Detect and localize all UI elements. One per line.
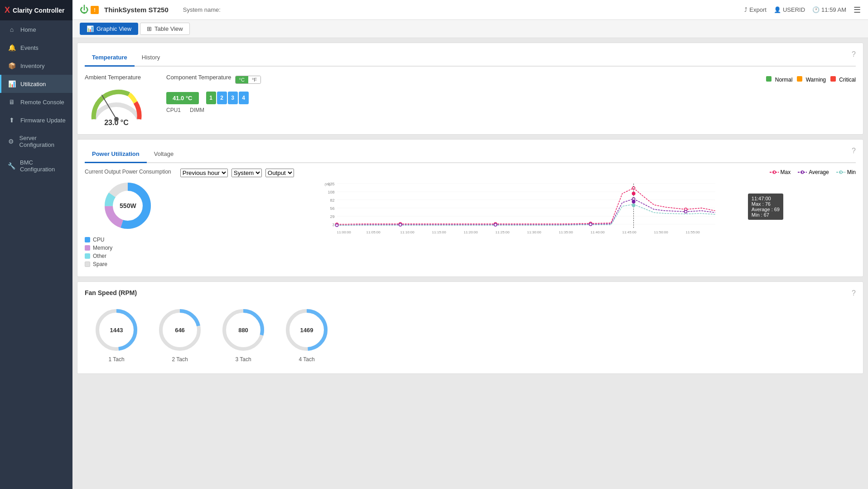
sidebar: X Clarity Controller ⌂ Home🔔 Events📦 Inv… bbox=[0, 0, 72, 489]
server-configuration-icon: ⚙ bbox=[8, 138, 15, 145]
fan-label-1: 1 Tach bbox=[108, 356, 124, 363]
time-value: 11:59 AM bbox=[821, 6, 846, 13]
dimm-chip-2[interactable]: 2 bbox=[217, 92, 227, 104]
time-display: 🕐 11:59 AM bbox=[812, 6, 846, 13]
table-view-button[interactable]: ⊞ Table View bbox=[140, 23, 190, 35]
svg-text:11:25:00: 11:25:00 bbox=[495, 230, 510, 234]
table-view-label: Table View bbox=[154, 25, 183, 32]
power-help-icon[interactable]: ? bbox=[852, 147, 856, 155]
dimm-chip-1[interactable]: 1 bbox=[206, 92, 216, 104]
tab-voltage[interactable]: Voltage bbox=[147, 147, 181, 163]
svg-text:11:10:00: 11:10:00 bbox=[400, 230, 415, 234]
power-chart-area: Previous hour System Output bbox=[180, 169, 856, 240]
legend-spare: Spare bbox=[85, 261, 171, 267]
fan-item-4: 1469 4 Tach bbox=[284, 307, 329, 363]
spare-color bbox=[85, 261, 90, 267]
menu-icon[interactable]: ☰ bbox=[854, 5, 861, 15]
fan-help-icon[interactable]: ? bbox=[852, 289, 856, 297]
sidebar-item-server-configuration[interactable]: ⚙ Server Configuration bbox=[0, 129, 72, 154]
power-on-icon: ⏻ bbox=[80, 5, 89, 15]
remote-console-icon: 🖥 bbox=[8, 98, 16, 106]
main-area: ⏻ ! ThinkSystem ST250 System name: ⤴ Exp… bbox=[72, 0, 868, 489]
legend-warning: Warning bbox=[797, 76, 826, 83]
current-output-label: Current Output Power Consumption bbox=[85, 169, 171, 175]
svg-point-45 bbox=[494, 223, 497, 226]
sidebar-item-events[interactable]: 🔔 Events bbox=[0, 39, 72, 57]
sidebar-item-utilization[interactable]: 📊 Utilization bbox=[0, 75, 72, 93]
table-icon: ⊞ bbox=[147, 25, 152, 32]
sidebar-item-bmc-configuration[interactable]: 🔧 BMC Configuration bbox=[0, 154, 72, 178]
user-label: USERID bbox=[783, 6, 805, 13]
logo-text: Clarity Controller bbox=[13, 7, 64, 14]
tab-power-utilization[interactable]: Power Utilization bbox=[85, 147, 147, 163]
power-line-chart: 135 108 82 56 29 3 (W) bbox=[180, 180, 856, 239]
spare-legend-label: Spare bbox=[93, 261, 107, 267]
sidebar-item-label-bmc-configuration: BMC Configuration bbox=[20, 159, 66, 173]
svg-point-44 bbox=[399, 223, 401, 226]
sidebar-item-label-events: Events bbox=[20, 44, 39, 51]
tab-history[interactable]: History bbox=[135, 50, 167, 67]
sidebar-item-label-server-configuration: Server Configuration bbox=[19, 135, 66, 148]
export-button[interactable]: ⤴ Export bbox=[744, 6, 767, 13]
cpu1-chip[interactable]: 41.0 °C bbox=[166, 92, 199, 104]
home-icon: ⌂ bbox=[8, 26, 16, 33]
chip-row: 41.0 °C 1 2 3 4 bbox=[166, 92, 856, 104]
component-label: Component Temperature bbox=[166, 74, 231, 81]
clock-icon: 🕐 bbox=[812, 6, 820, 13]
fan-item-2: 646 2 Tach bbox=[157, 307, 203, 363]
temperature-card: ? Temperature History Ambient Temperatur… bbox=[77, 43, 863, 135]
system-name-label: System name: bbox=[183, 6, 221, 13]
content-area: ? Temperature History Ambient Temperatur… bbox=[72, 38, 868, 489]
firmware-update-icon: ⬆ bbox=[8, 116, 16, 124]
temp-section: Ambient Temperature bbox=[85, 74, 856, 127]
svg-point-46 bbox=[589, 223, 592, 226]
fan-donut-2: 646 bbox=[157, 307, 203, 353]
svg-text:11:20:00: 11:20:00 bbox=[463, 230, 478, 234]
memory-color bbox=[85, 245, 90, 251]
dimm-label: DIMM bbox=[190, 107, 204, 113]
avg-legend-label: Average bbox=[809, 169, 829, 175]
bar-chart-icon: 📊 bbox=[87, 25, 94, 32]
svg-text:11:50:00: 11:50:00 bbox=[654, 230, 668, 234]
toggle-celsius[interactable]: °C bbox=[236, 76, 248, 83]
temp-unit-toggle[interactable]: °C °F bbox=[235, 76, 261, 84]
fan-label-3: 3 Tach bbox=[235, 356, 251, 363]
fan-donut-4: 1469 bbox=[284, 307, 329, 353]
legend-other: Other bbox=[85, 253, 171, 259]
dimm-chip-3[interactable]: 3 bbox=[228, 92, 238, 104]
min-legend-label: Min bbox=[847, 169, 856, 175]
max-legend-label: Max bbox=[781, 169, 791, 175]
toggle-fahrenheit[interactable]: °F bbox=[248, 76, 260, 83]
chart-legend: Max Average Min bbox=[770, 169, 856, 175]
component-temperature: Component Temperature °C °F Normal bbox=[166, 74, 856, 113]
legend-critical-label: Critical bbox=[839, 77, 856, 83]
sidebar-item-firmware-update[interactable]: ⬆ Firmware Update bbox=[0, 111, 72, 129]
other-legend-label: Other bbox=[93, 253, 106, 259]
chart-legend-max: Max bbox=[770, 169, 791, 175]
svg-text:56: 56 bbox=[330, 206, 334, 211]
fan-item-3: 880 3 Tach bbox=[221, 307, 266, 363]
view-toggle-bar: 📊 Graphic View ⊞ Table View bbox=[72, 20, 868, 38]
sidebar-item-remote-console[interactable]: 🖥 Remote Console bbox=[0, 93, 72, 111]
time-filter-select[interactable]: Previous hour bbox=[180, 169, 228, 177]
share-icon: ⤴ bbox=[744, 6, 747, 13]
power-donut-section: Current Output Power Consumption bbox=[85, 169, 171, 269]
chip-labels: CPU1 DIMM bbox=[166, 107, 856, 113]
user-button[interactable]: 👤 USERID bbox=[774, 6, 805, 13]
fan-value-3: 880 bbox=[238, 327, 248, 334]
tab-temperature[interactable]: Temperature bbox=[85, 50, 135, 67]
sidebar-item-home[interactable]: ⌂ Home bbox=[0, 20, 72, 39]
sidebar-item-label-utilization: Utilization bbox=[20, 81, 46, 87]
power-content: Current Output Power Consumption bbox=[85, 169, 856, 269]
scope-filter-select[interactable]: System bbox=[231, 169, 262, 177]
warning-icon: ! bbox=[91, 6, 99, 14]
svg-text:29: 29 bbox=[330, 214, 334, 219]
graphic-view-button[interactable]: 📊 Graphic View bbox=[80, 23, 138, 35]
legend-cpu: CPU bbox=[85, 237, 171, 243]
normal-color-dot bbox=[766, 76, 772, 82]
temp-help-icon[interactable]: ? bbox=[852, 50, 856, 58]
sidebar-item-inventory[interactable]: 📦 Inventory bbox=[0, 57, 72, 75]
svg-point-52 bbox=[632, 203, 635, 207]
dimm-chip-4[interactable]: 4 bbox=[239, 92, 249, 104]
type-filter-select[interactable]: Output bbox=[265, 169, 294, 177]
